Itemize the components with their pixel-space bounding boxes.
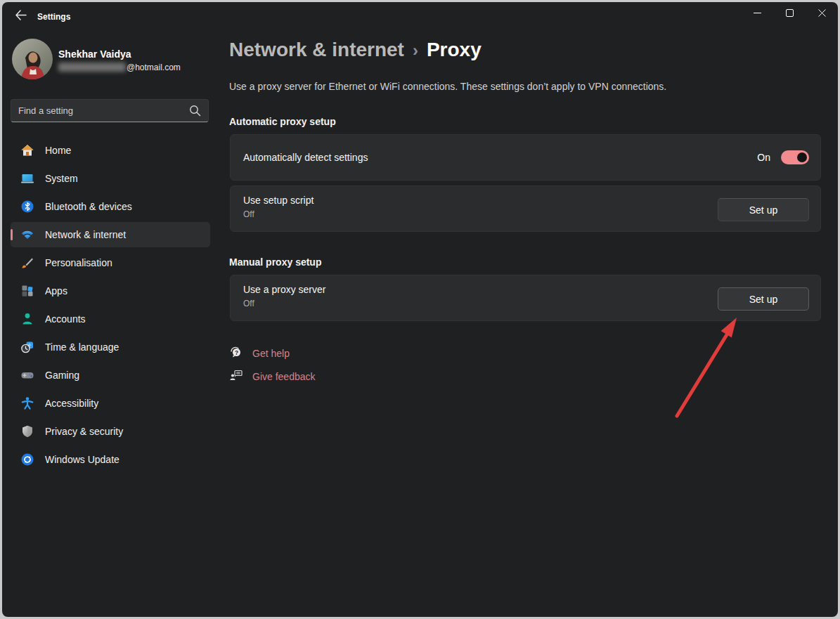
breadcrumb: Network & internet›Proxy	[229, 39, 482, 61]
sidebar-item-label: Gaming	[45, 370, 79, 381]
sidebar-item-label: Time & language	[45, 341, 119, 353]
give-feedback-link[interactable]: Give feedback	[229, 369, 316, 384]
back-arrow-icon	[15, 10, 27, 23]
section-title-manual: Manual proxy setup	[229, 256, 321, 268]
sidebar-item-bluetooth-devices[interactable]: Bluetooth & devices	[11, 194, 210, 219]
sidebar-item-label: Home	[45, 145, 71, 156]
paintbrush-icon	[20, 256, 34, 270]
wifi-icon	[20, 228, 34, 242]
sidebar-item-apps[interactable]: Apps	[11, 278, 210, 304]
get-help-icon: ?	[229, 345, 243, 362]
bluetooth-icon	[20, 200, 34, 214]
breadcrumb-chevron-icon: ›	[413, 41, 418, 60]
profile-name: Shekhar Vaidya	[58, 48, 131, 60]
system-icon	[20, 171, 34, 185]
apps-icon	[20, 284, 34, 298]
redacted-email-blur	[58, 63, 126, 72]
close-icon	[818, 7, 826, 20]
setting-status: Off	[243, 299, 254, 308]
setting-status: Off	[243, 209, 254, 219]
sidebar-item-home[interactable]: Home	[11, 138, 210, 163]
page-description: Use a proxy server for Ethernet or WiFi …	[229, 81, 666, 92]
back-button[interactable]	[11, 7, 30, 25]
windows-update-icon	[20, 452, 34, 467]
setting-label: Use a proxy server	[243, 284, 325, 295]
settings-window: Settings Shekhar Vaidya @hotmail.com	[2, 2, 838, 617]
svg-text:?: ?	[235, 349, 238, 356]
sidebar-item-label: Privacy & security	[45, 426, 123, 437]
section-title-automatic: Automatic proxy setup	[229, 116, 336, 127]
sidebar-item-label: System	[45, 173, 78, 184]
shield-icon	[20, 424, 34, 438]
maximize-button[interactable]	[773, 2, 806, 25]
sidebar-item-label: Windows Update	[45, 454, 119, 465]
home-icon	[20, 143, 34, 157]
sidebar-item-label: Network & internet	[45, 229, 126, 240]
avatar	[12, 39, 53, 79]
titlebar: Settings	[2, 2, 838, 30]
sidebar-item-accounts[interactable]: Accounts	[11, 306, 210, 332]
toggle-knob	[797, 152, 807, 162]
breadcrumb-parent[interactable]: Network & internet	[229, 39, 404, 60]
card-use-proxy-server: Use a proxy server Off Set up	[230, 275, 821, 321]
give-feedback-label: Give feedback	[252, 371, 316, 382]
accounts-person-icon	[20, 312, 34, 326]
card-automatically-detect-settings: Automatically detect settings On	[230, 134, 821, 181]
setting-label: Automatically detect settings	[243, 152, 368, 163]
sidebar-item-label: Accounts	[45, 313, 86, 325]
settings-search	[11, 99, 209, 122]
minimize-icon	[754, 7, 761, 20]
time-language-icon	[20, 340, 34, 354]
page-title: Proxy	[427, 39, 482, 60]
sidebar-item-gaming[interactable]: Gaming	[11, 363, 210, 388]
sidebar-item-label: Bluetooth & devices	[45, 201, 132, 212]
maximize-icon	[786, 7, 794, 20]
sidebar-item-system[interactable]: System	[11, 166, 210, 191]
setup-script-button[interactable]: Set up	[718, 198, 809, 221]
setting-label: Use setup script	[243, 195, 314, 206]
sidebar-item-network-internet[interactable]: Network & internet	[11, 222, 210, 247]
sidebar-item-time-language[interactable]: Time & language	[11, 334, 210, 360]
sidebar-item-label: Personalisation	[45, 257, 112, 268]
sidebar-item-label: Accessibility	[45, 398, 98, 409]
search-icon	[189, 105, 201, 119]
sidebar-item-privacy-security[interactable]: Privacy & security	[11, 419, 210, 444]
close-button[interactable]	[806, 2, 838, 25]
accessibility-person-icon	[20, 396, 34, 410]
detect-settings-toggle[interactable]	[781, 150, 809, 164]
get-help-label: Get help	[252, 348, 290, 359]
user-profile[interactable]: Shekhar Vaidya @hotmail.com	[12, 39, 209, 84]
minimize-button[interactable]	[741, 2, 773, 25]
search-input[interactable]	[18, 100, 180, 122]
sidebar-nav: Home System Bluetooth & devices Network …	[11, 138, 210, 475]
card-use-setup-script: Use setup script Off Set up	[230, 185, 821, 232]
sidebar-item-windows-update[interactable]: Windows Update	[11, 447, 210, 472]
profile-email: @hotmail.com	[58, 63, 181, 72]
sidebar-item-label: Apps	[45, 285, 67, 297]
get-help-link[interactable]: ? Get help	[229, 346, 290, 361]
toggle-state-label: On	[757, 152, 770, 163]
email-domain: @hotmail.com	[127, 63, 181, 72]
sidebar-item-accessibility[interactable]: Accessibility	[11, 391, 210, 416]
sidebar-item-personalisation[interactable]: Personalisation	[11, 250, 210, 275]
app-title: Settings	[37, 12, 70, 22]
give-feedback-icon	[229, 368, 243, 385]
gamepad-icon	[20, 368, 34, 382]
setup-proxy-button[interactable]: Set up	[718, 287, 809, 311]
